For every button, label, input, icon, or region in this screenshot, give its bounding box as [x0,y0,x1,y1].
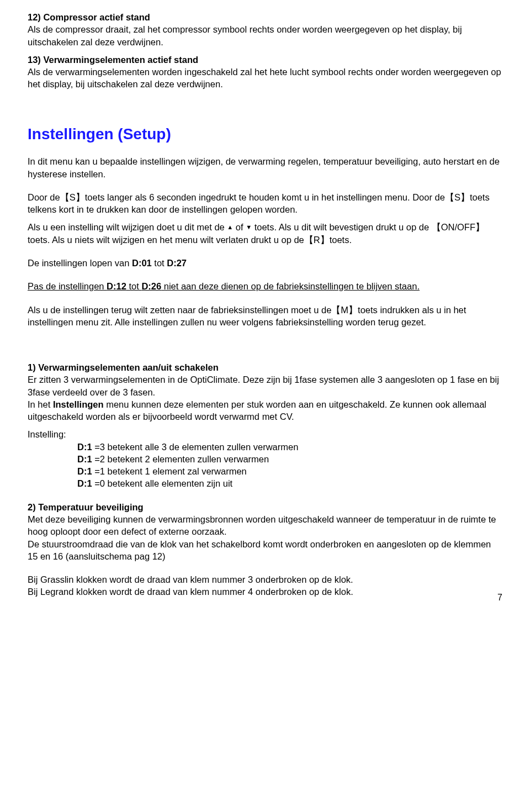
section-13: 13) Verwarmingselementen actief stand Al… [28,54,502,91]
instelling-d1: D:1 =3 betekent alle 3 de elementen zull… [28,441,502,453]
setup-p5e: niet aan deze dienen op de fabrieksinste… [161,281,420,291]
section-2-title: 2) Temperatuur beveiliging [28,501,502,513]
d3-rest: =1 betekent 1 element zal verwarmen [92,466,247,476]
section-12: 12) Compressor actief stand Als de compr… [28,11,502,48]
instelling-d3: D:1 =1 betekent 1 element zal verwarmen [28,465,502,477]
setup-p5b: D:12 [107,281,126,291]
d1-rest: =3 betekent alle 3 de elementen zullen v… [92,442,299,452]
section-12-body: Als de compressor draait, zal het compre… [28,23,502,48]
setup-p1: In dit menu kan u bepaalde instellingen … [28,155,502,180]
setup-p3: Als u een instelling wilt wijzigen doet … [28,221,502,246]
page-number: 7 [497,592,502,604]
d2-rest: =2 betekent 2 elementen zullen verwarmen [92,454,269,464]
section-1: 1) Verwarmingselementen aan/uit schakele… [28,361,502,490]
section-2-p3: Bij Grasslin klokken wordt de draad van … [28,573,502,586]
section-13-body: Als de verwarmingselementen worden inges… [28,66,502,91]
triangle-down-icon: ▼ [246,223,252,231]
setup-p5c: tot [126,281,142,291]
triangle-up-icon: ▲ [227,223,233,231]
setup-p3b: of [233,222,246,232]
section-1-p1: Er zitten 3 verwarmingselementen in de O… [28,373,502,398]
section-12-title: 12) Compressor actief stand [28,11,502,23]
d1-key: D:1 [77,442,92,452]
section-13-title: 13) Verwarmingselementen actief stand [28,54,502,66]
section-2: 2) Temperatuur beveiliging Met deze beve… [28,501,502,598]
instelling-label: Instelling: [28,428,502,440]
section-2-p2: De stuurstroomdraad die van de klok van … [28,538,502,563]
d3-key: D:1 [77,466,92,476]
setup-p4a: De instellingen lopen van [28,258,132,268]
section-1-p2b: Instellingen [53,399,104,409]
setup-p4: De instellingen lopen van D:01 tot D:27 [28,257,502,269]
setup-p2: Door de【S】toets langer als 6 seconden in… [28,191,502,216]
setup-p4b: D:01 [132,258,152,268]
setup-p5d: D:26 [141,281,161,291]
instelling-d2: D:1 =2 betekent 2 elementen zullen verwa… [28,453,502,465]
d4-key: D:1 [77,478,92,488]
setup-p5a: Pas de instellingen [28,281,107,291]
setup-p4d: D:27 [167,258,187,268]
section-1-p2: In het Instellingen menu kunnen deze ele… [28,398,502,423]
d4-rest: =0 betekent alle elementen zijn uit [92,478,233,488]
section-2-p1: Met deze beveiliging kunnen de verwarmin… [28,513,502,538]
section-1-p2a: In het [28,399,53,409]
setup-p4c: tot [152,258,167,268]
setup-p5: Pas de instellingen D:12 tot D:26 niet a… [28,280,502,292]
setup-p6: Als u de instellingen terug wilt zetten … [28,304,502,329]
d2-key: D:1 [77,454,92,464]
section-1-title: 1) Verwarmingselementen aan/uit schakele… [28,361,502,373]
setup-heading: Instellingen (Setup) [28,124,502,145]
section-2-p4: Bij Legrand klokken wordt de draad van k… [28,586,502,598]
instelling-d4: D:1 =0 betekent alle elementen zijn uit [28,477,502,489]
setup-p3a: Als u een instelling wilt wijzigen doet … [28,222,227,232]
